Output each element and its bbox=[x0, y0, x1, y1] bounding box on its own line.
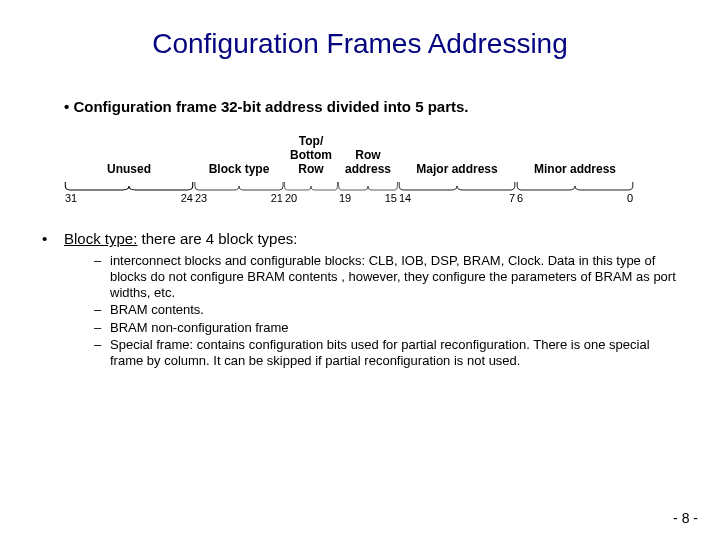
brace-block bbox=[194, 181, 284, 191]
brace-row-field bbox=[338, 181, 398, 191]
bit-major-lo: 7 bbox=[509, 192, 515, 204]
bit-topbot-hi: 20 bbox=[285, 192, 297, 204]
brace-unused bbox=[64, 181, 194, 191]
field-label-major: Major address bbox=[398, 163, 516, 182]
body-lead: • Block type: there are 4 block types: bbox=[42, 230, 678, 247]
bit-major-hi: 14 bbox=[399, 192, 411, 204]
field-label-minor: Minor address bbox=[516, 163, 634, 182]
intro-bullet: • bbox=[64, 98, 73, 115]
intro-text: Configuration frame 32-bit address divid… bbox=[73, 98, 468, 115]
field-label-row: Row address bbox=[338, 149, 398, 182]
brace-topbot bbox=[284, 181, 338, 191]
bit-row-hi: 19 bbox=[339, 192, 351, 204]
page-title: Configuration Frames Addressing bbox=[42, 28, 678, 60]
bit-row-lo: 15 bbox=[385, 192, 397, 204]
list-item: BRAM contents. bbox=[94, 302, 678, 318]
body-sublist: interconnect blocks and configurable blo… bbox=[94, 253, 678, 368]
brace-major bbox=[398, 181, 516, 191]
bit-block-lo: 21 bbox=[271, 192, 283, 204]
page-number: - 8 - bbox=[673, 510, 698, 526]
intro-line: • Configuration frame 32-bit address div… bbox=[64, 98, 678, 115]
field-label-unused: Unused bbox=[64, 163, 194, 182]
bit-unused-hi: 31 bbox=[65, 192, 77, 204]
list-item: BRAM non-configuration frame bbox=[94, 320, 678, 336]
field-label-topbottom: Top/ Bottom Row bbox=[284, 135, 338, 181]
list-item: Special frame: contains configuration bi… bbox=[94, 337, 678, 368]
bit-unused-lo: 24 bbox=[181, 192, 193, 204]
field-label-blocktype: Block type bbox=[194, 163, 284, 182]
brace-minor bbox=[516, 181, 634, 191]
bit-minor-hi: 6 bbox=[517, 192, 523, 204]
bit-minor-lo: 0 bbox=[627, 192, 633, 204]
list-item: interconnect blocks and configurable blo… bbox=[94, 253, 678, 300]
body-lead-rest: there are 4 block types: bbox=[137, 230, 297, 247]
address-diagram: Unused Block type Top/ Bottom Row Row ad… bbox=[64, 135, 678, 204]
body-lead-underlined: Block type: bbox=[64, 230, 137, 247]
bit-block-hi: 23 bbox=[195, 192, 207, 204]
